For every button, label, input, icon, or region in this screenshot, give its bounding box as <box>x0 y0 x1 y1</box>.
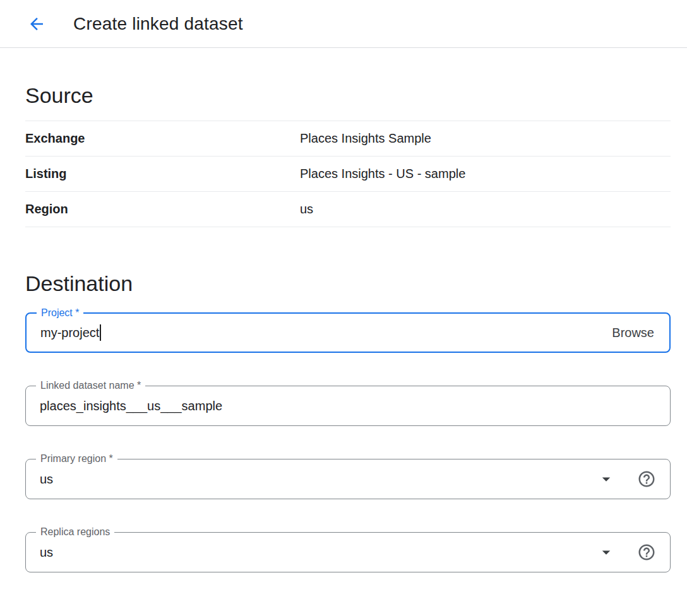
listing-value: Places Insights - US - sample <box>300 157 671 192</box>
primary-region-field[interactable]: Primary region * us <box>25 459 671 499</box>
header: Create linked dataset <box>0 0 687 48</box>
linked-dataset-name-label: Linked dataset name * <box>36 379 145 392</box>
main-content: Source Exchange Places Insights Sample L… <box>0 48 687 603</box>
table-row-exchange: Exchange Places Insights Sample <box>25 121 671 157</box>
replica-regions-select[interactable]: us <box>40 545 53 560</box>
project-field-label: Project * <box>37 307 83 319</box>
source-heading: Source <box>25 48 671 121</box>
primary-region-select[interactable]: us <box>40 472 53 487</box>
exchange-value: Places Insights Sample <box>300 121 671 157</box>
region-value: us <box>300 192 671 227</box>
text-cursor <box>100 324 101 341</box>
primary-region-label: Primary region * <box>36 453 117 465</box>
replica-regions-field[interactable]: Replica regions us <box>25 532 671 572</box>
create-linked-dataset-page: Create linked dataset Source Exchange Pl… <box>0 0 687 616</box>
page-title: Create linked dataset <box>73 14 243 34</box>
listing-label: Listing <box>25 157 300 192</box>
source-table: Exchange Places Insights Sample Listing … <box>25 121 671 227</box>
linked-dataset-name-input[interactable]: places_insights___us___sample <box>40 399 222 413</box>
exchange-label: Exchange <box>25 121 300 157</box>
help-icon[interactable] <box>637 470 656 489</box>
table-row-region: Region us <box>25 192 671 227</box>
replica-regions-label: Replica regions <box>36 526 114 538</box>
chevron-down-icon[interactable] <box>597 543 616 562</box>
chevron-down-icon[interactable] <box>597 470 616 489</box>
destination-heading: Destination <box>25 227 671 312</box>
table-row-listing: Listing Places Insights - US - sample <box>25 157 671 192</box>
help-icon[interactable] <box>637 543 656 562</box>
region-label: Region <box>25 192 300 227</box>
project-input[interactable]: my-project <box>40 326 99 340</box>
browse-button[interactable]: Browse <box>611 322 655 344</box>
project-field[interactable]: Project * my-project Browse <box>25 312 671 353</box>
linked-dataset-name-field[interactable]: Linked dataset name * places_insights___… <box>25 386 671 426</box>
arrow-back-icon <box>27 15 46 33</box>
back-button[interactable] <box>23 10 51 38</box>
